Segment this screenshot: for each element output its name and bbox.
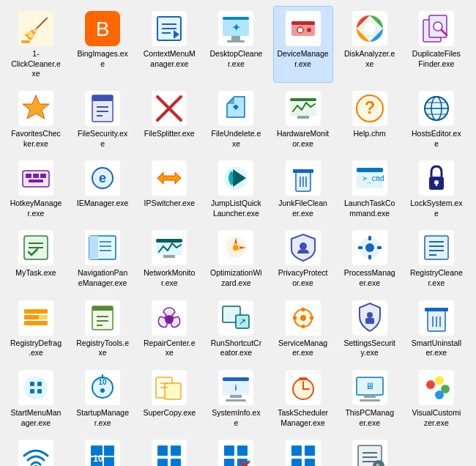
svg-rect-135	[302, 325, 305, 328]
icon-desktopcleaner: ✦	[218, 11, 253, 46]
icon-filesecurity	[85, 91, 120, 126]
icon-label-navigationpanemanager: NavigationPaneManager.exe	[76, 268, 129, 288]
icon-item-jumplistquicklauncher[interactable]: JumpListQuickLauncher.exe	[206, 155, 266, 222]
icon-item-devicemanager[interactable]: DeviceManager.exe	[273, 6, 333, 83]
icon-navigationpanemanager	[85, 230, 120, 265]
icon-item-hostseditor[interactable]: HostsEditor.exe	[406, 86, 466, 152]
icon-item-bingimages[interactable]: BBingImages.exe	[72, 6, 133, 83]
icon-item-thispcmanager[interactable]: 🖥ThisPCManager.exe	[340, 365, 400, 432]
icon-item-windowsutilities[interactable]: WindowsUtilities.exe	[273, 434, 333, 466]
svg-rect-140	[365, 318, 374, 324]
svg-rect-205	[291, 445, 302, 456]
icon-item-smartuninstaller[interactable]: SmartUninstaller.exe	[406, 295, 466, 362]
icon-item-privacyprotector[interactable]: PrivacyProtector.exe	[273, 225, 333, 292]
svg-text:>_cmd: >_cmd	[362, 174, 384, 183]
icon-item-iemanager[interactable]: eIEManager.exe	[72, 155, 133, 222]
icon-item-optimizationwizard[interactable]: OptimizationWizard.exe	[206, 225, 266, 292]
icon-item-settingssecurity[interactable]: SettingsSecurity.exe	[340, 295, 400, 362]
icon-item-diskanalyzer[interactable]: DiskAnalyzer.exe	[340, 6, 400, 83]
svg-rect-192	[152, 440, 187, 466]
icon-item-launchtaskcommand[interactable]: >_cmdLaunchTaskCommand.exe	[340, 155, 400, 222]
svg-text:10: 10	[99, 378, 108, 386]
svg-text:✎: ✎	[376, 462, 382, 466]
icon-item-windows10manager[interactable]: 10Windows10Manager.exe	[72, 434, 133, 466]
icon-helpchm: ?	[352, 91, 387, 126]
icon-label-registrydefrag: RegistryDefrag.exe	[10, 339, 62, 358]
svg-point-103	[365, 243, 374, 252]
icon-item-desktopcleaner[interactable]: ✦DesktopCleaner.exe	[206, 6, 266, 83]
icon-item-supercopy[interactable]: SuperCopy.exe	[139, 365, 199, 432]
svg-rect-109	[425, 236, 448, 259]
icon-registrydefrag	[18, 300, 53, 336]
icon-item-1clickcleaner[interactable]: 🧹1-ClickCleaner.exe	[6, 6, 66, 83]
svg-rect-195	[157, 459, 168, 466]
icon-hotkeymanager	[18, 160, 53, 196]
svg-rect-76	[357, 168, 383, 172]
icon-label-mytask: MyTask.exe	[15, 268, 56, 278]
icon-label-servicemanager: ServiceManager.exe	[277, 339, 330, 358]
icon-label-bingimages: BingImages.exe	[76, 49, 129, 69]
icon-item-repaircenter[interactable]: RepairCenter.exe	[139, 295, 199, 362]
icon-label-locksystem: LockSystem.exe	[410, 199, 463, 218]
icon-label-hardwaremonitor: HardwareMonitor.exe	[277, 129, 330, 149]
icon-item-runshortcutcreator[interactable]: ↗RunShortcutCreator.exe	[206, 295, 266, 362]
icon-label-desktopcleaner: DesktopCleaner.exe	[209, 49, 262, 69]
icon-bingimages: B	[85, 11, 120, 46]
icon-item-fileundelete[interactable]: FileUndelete.exe	[206, 86, 266, 152]
icon-item-contextmenumanager[interactable]: ContextMenuManager.exe	[139, 6, 199, 83]
svg-rect-115	[24, 309, 48, 314]
icon-item-startupmanager[interactable]: 10StartupManager.exe	[72, 365, 133, 432]
icon-item-taskschedulermanager[interactable]: TaskSchedulerManager.exe	[273, 365, 333, 432]
svg-rect-206	[305, 445, 315, 456]
icon-item-systeminfo[interactable]: iSystemInfo.exe	[206, 365, 266, 432]
icon-ipswitcher	[152, 160, 187, 196]
svg-rect-149	[30, 382, 34, 386]
icon-item-servicemanager[interactable]: ServiceManager.exe	[273, 295, 333, 362]
icon-item-processmanager[interactable]: ProcessManager.exe	[340, 225, 400, 292]
icon-item-junkfilecleaner[interactable]: JunkFileCleaner.exe	[273, 155, 333, 222]
svg-rect-137	[310, 317, 313, 319]
icon-item-registrycleaner[interactable]: RegistryCleaner.exe	[406, 225, 466, 292]
icon-item-filesplitter[interactable]: FileSplitter.exe	[139, 86, 199, 152]
icon-processmanager	[352, 230, 387, 265]
icon-diskanalyzer	[352, 11, 387, 46]
icon-item-mytask[interactable]: MyTask.exe	[6, 225, 66, 292]
svg-rect-121	[92, 306, 113, 311]
icon-item-hardwaremonitor[interactable]: HardwareMonitor.exe	[273, 86, 333, 152]
icon-label-systeminfo: SystemInfo.exe	[209, 408, 262, 428]
icon-smartuninstaller	[419, 300, 454, 336]
icon-grid: 🧹1-ClickCleaner.exeBBingImages.exeContex…	[0, 0, 476, 466]
icon-contextmenumanager	[152, 11, 187, 46]
svg-rect-160	[165, 383, 181, 399]
icon-item-registrydefrag[interactable]: RegistryDefrag.exe	[6, 295, 66, 362]
icon-item-startmenumanager[interactable]: StartMenuManager.exe	[6, 365, 66, 432]
svg-rect-70	[293, 169, 313, 173]
icon-item-favoriteschecker[interactable]: FavoritesChecker.exe	[6, 86, 66, 152]
icon-settingssecurity	[352, 300, 387, 336]
icon-item-registrytools[interactable]: RegistryTools.exe	[72, 295, 133, 362]
icon-duplicatefilesfinder	[419, 11, 454, 46]
icon-label-networkmonitor: NetworkMonitor.exe	[143, 268, 196, 288]
icon-label-smartuninstaller: SmartUninstaller.exe	[410, 339, 463, 358]
svg-text:10: 10	[93, 454, 103, 464]
icon-item-ipswitcher[interactable]: IPSwitcher.exe	[139, 155, 199, 222]
icon-item-locksystem[interactable]: LockSystem.exe	[406, 155, 466, 222]
icon-item-windowsappsettings[interactable]: WindowsAppSettings.exe	[139, 434, 199, 466]
icon-label-hotkeymanager: HotkeyManager.exe	[10, 199, 62, 218]
icon-item-visualcustomizer[interactable]: VisualCustomizer.exe	[406, 365, 466, 432]
icon-item-filesecurity[interactable]: FileSecurity.exe	[72, 86, 133, 152]
icon-item-helpchm[interactable]: ?Help.chm	[340, 86, 400, 152]
icon-label-1clickcleaner: 1-ClickCleaner.exe	[10, 49, 62, 79]
svg-rect-199	[237, 445, 248, 456]
icon-item-wifimanager[interactable]: WiFiManager.exe	[6, 434, 66, 466]
icon-item-windowsappuninstaller[interactable]: WindowsAppUninstaller.exe	[206, 434, 266, 466]
icon-item-navigationpanemanager[interactable]: NavigationPaneManager.exe	[72, 225, 133, 292]
icon-taskschedulermanager	[286, 370, 321, 405]
icon-item-networkmonitor[interactable]: NetworkMonitor.exe	[139, 225, 199, 292]
icon-item-winxmenueditor[interactable]: ✎WinXMenuEditor.exe	[340, 434, 400, 466]
icon-label-processmanager: ProcessManager.exe	[343, 268, 396, 288]
svg-rect-88	[89, 236, 98, 259]
icon-item-duplicatefilesfinder[interactable]: DuplicateFilesFinder.exe	[406, 6, 466, 83]
icon-item-hotkeymanager[interactable]: HotkeyManager.exe	[6, 155, 66, 222]
svg-rect-95	[163, 255, 175, 258]
